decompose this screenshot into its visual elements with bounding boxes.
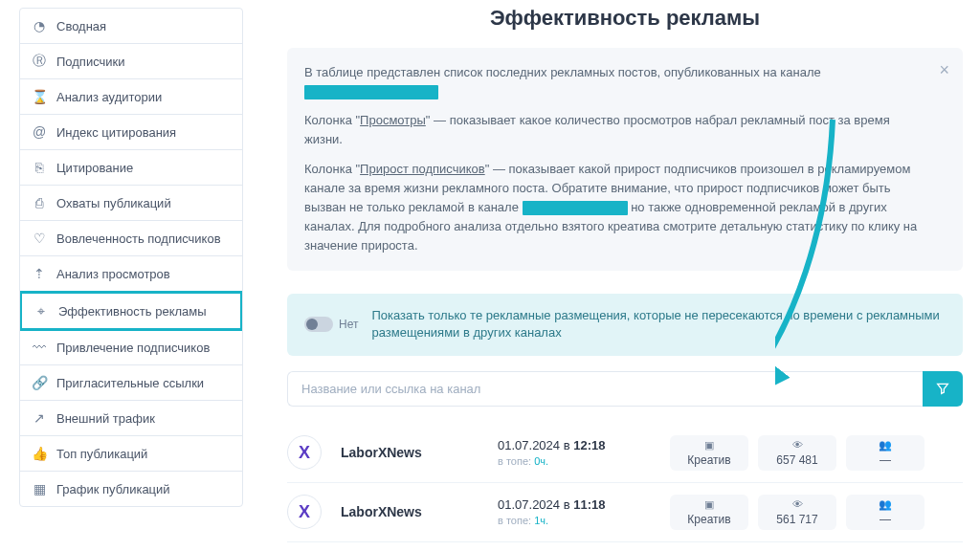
sidebar-icon: ⎘ [32, 160, 47, 175]
close-icon[interactable]: × [939, 57, 949, 84]
post-datetime: 01.07.2024 в 11:18 [498, 497, 660, 512]
search-input[interactable] [287, 371, 923, 407]
channel-name-col: LaborXNews [341, 504, 494, 519]
sidebar-item-label: Сводная [56, 19, 106, 33]
top-duration: в топе: 1ч. [498, 515, 660, 526]
sidebar-item-label: Подписчики [56, 55, 125, 69]
eye-icon: 👁 [762, 439, 833, 452]
info-p1: В таблице представлен список последних р… [304, 65, 821, 79]
creative-button[interactable]: ▣ Креатив [670, 435, 748, 471]
views-stat[interactable]: 👁 561 717 [758, 495, 836, 530]
growth-value: — [850, 513, 921, 526]
table-row[interactable]: X LaborXNews 01.07.2024 в 12:18 в топе: … [287, 424, 963, 483]
sidebar-list: ◔СводнаяⓇПодписчики⌛Анализ аудитории@Инд… [19, 8, 243, 507]
sidebar-item-label: Индекс цитирования [56, 125, 176, 140]
sidebar-item-12[interactable]: 👍Топ публикаций [20, 436, 242, 472]
sidebar-icon: ⇡ [32, 266, 47, 281]
sidebar-item-label: Вовлеченность подписчиков [56, 231, 221, 246]
info-underline-growth: Прирост подписчиков [360, 162, 485, 176]
views-value: 657 481 [762, 453, 833, 467]
sidebar-icon: ⎙ [32, 195, 47, 210]
growth-stat[interactable]: 👥 — [846, 435, 924, 471]
sidebar-item-11[interactable]: ↗Внешний трафик [20, 401, 242, 436]
filter-note-text: Показать только те рекламные размещения,… [371, 307, 946, 342]
sidebar: ◔СводнаяⓇПодписчики⌛Анализ аудитории@Инд… [0, 0, 258, 551]
sidebar-item-label: Топ публикаций [56, 447, 147, 461]
time-col: 01.07.2024 в 12:18 в топе: 0ч. [498, 438, 660, 467]
sidebar-item-8[interactable]: ⌖Эффективность рекламы [19, 291, 243, 331]
sidebar-icon: ↗ [32, 410, 47, 426]
sidebar-item-label: Анализ аудитории [56, 90, 162, 104]
sidebar-icon: ♡ [32, 231, 47, 246]
channel-name: LaborXNews [341, 445, 494, 460]
sidebar-item-label: Привлечение подписчиков [56, 341, 210, 355]
table: X LaborXNews 01.07.2024 в 12:18 в топе: … [287, 424, 963, 551]
people-icon: 👥 [850, 498, 921, 512]
sidebar-item-6[interactable]: ♡Вовлеченность подписчиков [20, 221, 242, 256]
sidebar-item-label: График публикаций [56, 482, 170, 496]
sidebar-icon: Ⓡ [32, 54, 47, 69]
filter-icon [935, 381, 950, 396]
search-row [287, 371, 963, 407]
sidebar-icon: ⌛ [32, 89, 47, 104]
table-row[interactable]: $ Time Farm News Криптовалюты 17.06.2024… [287, 542, 963, 551]
sidebar-item-label: Цитирование [56, 161, 133, 175]
sidebar-item-3[interactable]: @Индекс цитирования [20, 115, 242, 150]
page-title: Эффективность рекламы [287, 6, 963, 31]
growth-stat[interactable]: 👥 — [846, 495, 924, 530]
sidebar-icon: 👍 [32, 446, 47, 461]
info-box: × В таблице представлен список последних… [287, 48, 963, 271]
creative-label: Креатив [674, 513, 745, 526]
image-icon: ▣ [674, 439, 745, 452]
views-value: 561 717 [762, 513, 833, 526]
channel-name-col: LaborXNews [341, 445, 494, 460]
sidebar-item-label: Анализ просмотров [56, 267, 170, 281]
sidebar-item-label: Эффективность рекламы [58, 304, 207, 319]
sidebar-item-4[interactable]: ⎘Цитирование [20, 150, 242, 186]
sidebar-icon: ◔ [32, 18, 47, 33]
main-content: Эффективность рекламы × В таблице предст… [258, 0, 980, 551]
filter-note: Нет Показать только те рекламные размеще… [287, 294, 963, 355]
redacted-inline [523, 201, 628, 215]
channel-avatar: X [287, 495, 322, 529]
sidebar-icon: @ [32, 124, 47, 140]
sidebar-icon: ⌖ [33, 303, 49, 319]
post-datetime: 01.07.2024 в 12:18 [498, 438, 660, 452]
sidebar-icon: 〰 [32, 340, 47, 355]
table-row[interactable]: X LaborXNews 01.07.2024 в 11:18 в топе: … [287, 483, 963, 542]
creative-label: Креатив [674, 453, 745, 467]
sidebar-item-9[interactable]: 〰Привлечение подписчиков [20, 330, 242, 365]
sidebar-item-label: Пригласительные ссылки [56, 376, 204, 390]
toggle-icon [304, 317, 333, 332]
creative-button[interactable]: ▣ Креатив [670, 495, 748, 530]
sidebar-item-7[interactable]: ⇡Анализ просмотров [20, 256, 242, 292]
filter-button[interactable] [923, 371, 963, 407]
eye-icon: 👁 [762, 498, 833, 512]
toggle-overlap[interactable]: Нет [304, 317, 358, 333]
sidebar-item-10[interactable]: 🔗Пригласительные ссылки [20, 365, 242, 401]
channel-name: LaborXNews [341, 504, 494, 519]
sidebar-item-label: Внешний трафик [56, 411, 155, 426]
people-icon: 👥 [850, 439, 921, 452]
sidebar-item-2[interactable]: ⌛Анализ аудитории [20, 79, 242, 115]
top-duration: в топе: 0ч. [498, 455, 660, 467]
time-col: 01.07.2024 в 11:18 в топе: 1ч. [498, 497, 660, 526]
sidebar-item-5[interactable]: ⎙Охваты публикаций [20, 186, 242, 221]
sidebar-item-1[interactable]: ⓇПодписчики [20, 44, 242, 79]
info-underline-views: Просмотры [360, 113, 426, 127]
sidebar-icon: ▦ [32, 481, 47, 496]
sidebar-icon: 🔗 [32, 375, 47, 390]
redacted-channel-name [304, 85, 438, 99]
toggle-label: Нет [339, 317, 358, 333]
sidebar-item-label: Охваты публикаций [56, 196, 171, 210]
views-stat[interactable]: 👁 657 481 [758, 435, 836, 471]
growth-value: — [850, 453, 921, 467]
image-icon: ▣ [674, 498, 745, 512]
channel-avatar: X [287, 435, 322, 470]
sidebar-item-0[interactable]: ◔Сводная [20, 9, 242, 44]
sidebar-item-13[interactable]: ▦График публикаций [20, 472, 242, 506]
